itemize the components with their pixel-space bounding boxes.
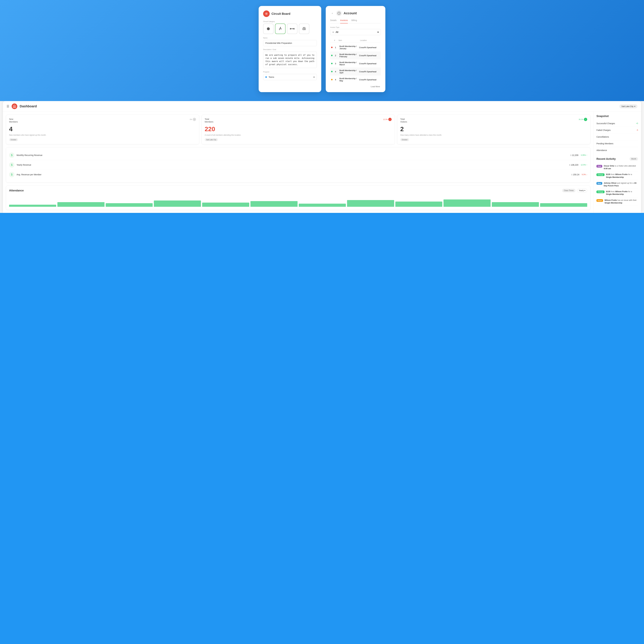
back-button[interactable]: ‹ — [330, 11, 334, 15]
monthly-revenue-name: Monthly Recurring Revenue — [17, 154, 570, 156]
month-badge[interactable]: Month — [630, 157, 638, 161]
bar-nov — [492, 202, 539, 207]
dollar-symbol: $ — [570, 154, 571, 156]
invoice-row[interactable]: 3 Boxfit Membership / March CrossFit Spe… — [330, 59, 381, 68]
new-activity-text: Johnny Oliver just signed up for a 10-Da… — [604, 182, 638, 187]
total-visitors-badge-icon: ↑ — [584, 118, 587, 121]
invoice-num: 2 — [335, 54, 338, 57]
class-times-badge[interactable]: Class Times — [562, 189, 575, 192]
total-visitors-description: How many visitors have attended a class … — [400, 134, 587, 136]
tab-billing[interactable]: Billing — [351, 19, 357, 23]
program-label: Program — [263, 71, 317, 73]
circuit-board-logo — [263, 10, 270, 17]
account-title: Account — [344, 11, 357, 15]
location-selector[interactable]: Salt Lake City ▾ — [619, 104, 637, 108]
total-visitors-card: TotalVisitors 30.2% ↑ 2 How many visitor… — [397, 115, 590, 144]
dollar-symbol: $ — [571, 174, 572, 176]
invoice-row[interactable]: 2 Boxfit Membership / February CrossFit … — [330, 51, 381, 59]
bar-jul — [299, 204, 346, 207]
svg-point-3 — [280, 27, 281, 28]
pending-members-label: Pending Members — [596, 142, 613, 145]
header-location: Location — [360, 39, 381, 41]
visit-activity-text: Oscar Ortiz is a Visitor who attended 9:… — [604, 165, 638, 170]
snapshot-failed-charges[interactable]: Failed Charges -5 — [596, 127, 638, 134]
stats-row: NewMembers 0% − 4 New members who have s… — [6, 115, 590, 144]
circuit-board-header: Circuit Board — [263, 10, 317, 17]
invoice-chevron-icon: ▾ — [377, 31, 379, 34]
total-members-card: TotalMembers 12.3% ↓ 220 A count of all … — [202, 115, 395, 144]
invoice-num: 1 — [335, 46, 338, 49]
revenue-row-yearly: $ Yearly Revenue $138,220 12.5% ↑ — [9, 160, 587, 170]
invoice-type-select[interactable]: All ▾ — [330, 29, 381, 35]
menu-icon[interactable]: ☰ — [7, 105, 9, 108]
yearly-chevron-icon: ▾ — [584, 189, 585, 192]
charge-1-activity-text: $135 from Wilson Fruito for a Single Mem… — [606, 173, 638, 178]
successful-charges-change: +5 — [636, 122, 638, 124]
name-input[interactable] — [263, 40, 317, 46]
snapshot-pending-members[interactable]: Pending Members — [596, 140, 638, 147]
dashboard-content: NewMembers 0% − 4 New members who have s… — [3, 112, 641, 213]
invoice-location: CrossFit Spearhead — [359, 71, 380, 73]
charge-2-amount: $135 — [606, 190, 610, 193]
snapshot-attendance[interactable]: Attendance — [596, 147, 638, 154]
bar-feb — [57, 202, 105, 207]
total-visitors-value: 2 — [400, 126, 587, 133]
invoice-table-header: # Item Location — [330, 38, 381, 43]
total-members-badge: 12.3% ↓ — [383, 118, 392, 121]
total-members-header: TotalMembers 12.3% ↓ — [205, 118, 392, 123]
monthly-revenue-amount: $12,209 — [570, 154, 578, 156]
new-members-badge: 0% − — [190, 118, 196, 121]
attendance-chart — [9, 195, 587, 207]
charge-badge-2: Charge — [596, 191, 604, 193]
avg-revenue-name: Avg. Revenue per Member — [17, 173, 571, 176]
total-visitors-badge: 30.2% ↑ — [579, 118, 587, 121]
invoice-item: Boxfit Membership / March — [339, 61, 358, 66]
attendance-title: Attendance — [9, 189, 561, 192]
dashboard-logo — [12, 103, 17, 109]
svg-point-2 — [268, 28, 269, 30]
new-members-description: New members who have signed up this mont… — [9, 134, 196, 136]
invoice-num: 4 — [335, 71, 338, 73]
circuit-icon-rings[interactable] — [299, 24, 309, 34]
tab-invoices[interactable]: Invoices — [340, 19, 348, 23]
load-more-button[interactable]: Load More — [330, 84, 381, 88]
attendance-header: Attendance Class Times Yearly ▾ — [9, 189, 587, 192]
new-badge: New — [596, 182, 602, 185]
snapshot-successful-charges[interactable]: Successful Charges +5 — [596, 120, 638, 127]
bar-oct — [443, 199, 491, 207]
invoice-type-label: Invoice Type — [330, 26, 381, 28]
charge-badge-1: Charge — [596, 173, 604, 176]
circuit-icon-weights[interactable] — [263, 24, 274, 34]
total-members-badge-icon: ↓ — [388, 118, 392, 121]
yearly-revenue-amount: $138,220 — [569, 164, 578, 166]
status-dot-green — [331, 55, 333, 56]
recent-activity-section-header: Recent Activity Month — [596, 157, 638, 161]
svg-rect-4 — [290, 28, 294, 29]
circuit-icon-runner[interactable] — [275, 24, 285, 34]
activity-item-visit: Visit Oscar Ortiz is a Visitor who atten… — [596, 163, 638, 172]
dashboard-header: ☰ Dashboard Salt Lake City ▾ — [3, 101, 641, 112]
total-members-title: TotalMembers — [205, 118, 213, 123]
total-members-description: A count of all members attending this lo… — [205, 134, 392, 136]
program-select[interactable]: Teens ▾ — [263, 74, 317, 80]
bar-jun — [250, 201, 298, 207]
invoice-row[interactable]: 1 Boxfit Membership / January CrossFit S… — [330, 43, 381, 51]
bar-sep — [395, 202, 442, 207]
invoice-type-value: All — [336, 31, 338, 33]
revenue-row-monthly: $ Monthly Recurring Revenue $12,209 3.35… — [9, 150, 587, 160]
circuit-icon-barbell[interactable] — [287, 24, 297, 34]
top-section: Circuit Board Circuit Category — [0, 0, 644, 101]
snapshot-cancellations[interactable]: Cancellations — [596, 134, 638, 140]
location-chevron-icon: ▾ — [634, 105, 635, 107]
activity-item-charge-1: Charge $135 from Wilson Fruito for a Sin… — [596, 172, 638, 180]
tab-details[interactable]: Details — [330, 19, 337, 23]
invoice-row[interactable]: 4 Boxfit Membership / May CrossFit Spear… — [330, 76, 381, 84]
avg-revenue-change: 9.3% ↓ — [582, 174, 587, 176]
description-textarea[interactable]: We are wanting to prepare all of you to … — [263, 52, 317, 68]
total-visitors-tag: October — [400, 138, 409, 141]
yearly-dropdown[interactable]: Yearly ▾ — [577, 189, 587, 192]
invoice-row[interactable]: 4 Boxfit Membership / April CrossFit Spe… — [330, 68, 381, 76]
status-dot-green — [331, 71, 333, 72]
failed-charges-label: Failed Charges — [596, 129, 611, 131]
failed-charges-change: -5 — [636, 129, 638, 131]
